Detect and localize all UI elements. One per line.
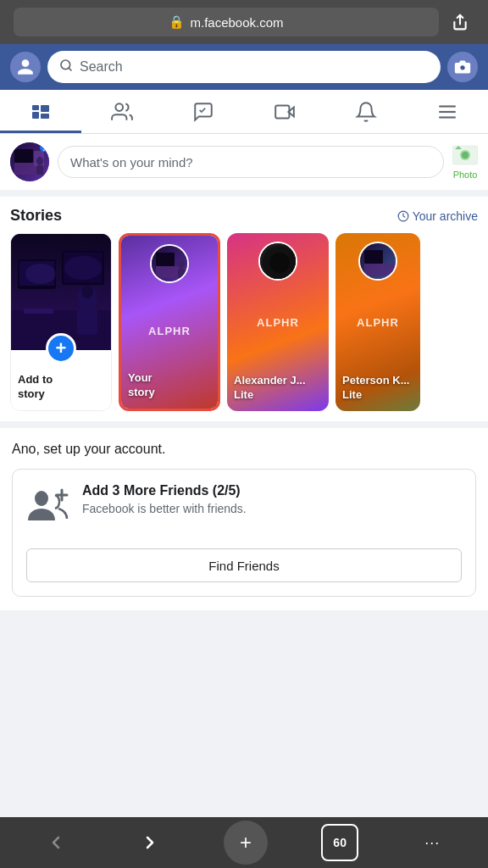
share-button[interactable] [446,8,474,36]
facebook-header: Search [0,44,488,90]
friends-card-title: Add 3 More Friends (2/5) [82,483,247,498]
stories-row: + Add to story [10,233,478,421]
svg-point-39 [64,256,102,280]
svg-rect-44 [178,269,185,278]
back-button[interactable] [36,822,76,863]
main-nav [0,90,488,134]
browser-address-bar: 🔒 m.facebook.com [0,0,488,44]
nav-friends[interactable] [81,90,163,133]
svg-rect-7 [41,105,49,112]
user-avatar-status[interactable]: 1 [10,142,49,181]
user-avatar-header[interactable] [10,52,41,82]
stories-section: Stories Your archive [0,197,488,421]
svg-rect-16 [14,149,33,163]
status-bar: 1 What's on your mind? Photo [0,134,488,197]
peterson-story-label: Peterson K... Lite [342,374,413,403]
svg-rect-34 [24,309,53,314]
archive-label: Your archive [413,209,478,223]
friends-card-text: Add 3 More Friends (2/5) Facebook is bet… [82,483,247,515]
forward-button[interactable] [130,822,170,863]
more-options-button[interactable]: ··· [412,822,452,863]
search-bar[interactable]: Search [47,51,441,83]
your-story-brand: ALPHR [148,325,191,337]
status-placeholder: What's on your mind? [70,155,193,170]
svg-rect-49 [364,250,383,264]
new-tab-button[interactable]: + [224,821,268,865]
svg-point-38 [25,264,56,284]
alexander-story-brand: ALPHR [257,316,299,329]
svg-point-47 [269,253,290,273]
search-placeholder: Search [80,59,123,75]
setup-greeting: Ano, set up your account. [12,442,476,457]
svg-point-25 [462,152,469,159]
photo-label: Photo [453,170,478,180]
find-friends-button[interactable]: Find Friends [26,548,462,582]
your-story-avatar [150,244,189,283]
svg-point-37 [81,285,93,298]
svg-rect-20 [36,165,43,175]
story-card-peterson[interactable]: ALPHR Peterson K... Lite [336,233,420,411]
nav-home[interactable] [0,90,81,133]
svg-line-2 [69,68,71,70]
nav-video[interactable] [244,90,325,133]
url-text: m.facebook.com [190,15,283,30]
svg-rect-36 [77,309,97,335]
bottom-nav-bar: + 60 ··· [0,817,488,868]
svg-rect-6 [32,112,39,119]
friends-icon [26,483,70,535]
account-setup-section: Ano, set up your account. Add 3 More Fri… [0,428,488,610]
nav-notifications[interactable] [325,90,407,133]
friends-card: Add 3 More Friends (2/5) Facebook is bet… [12,469,476,597]
peterson-story-brand: ALPHR [357,316,399,329]
archive-link[interactable]: Your archive [397,209,478,223]
svg-rect-41 [156,253,175,266]
story-card-alexander[interactable]: ALPHR Alexander J... Lite [227,233,329,411]
alexander-story-label: Alexander J... Lite [234,374,322,403]
url-bar[interactable]: 🔒 m.facebook.com [14,8,439,36]
svg-point-43 [178,260,185,269]
nav-messenger[interactable] [163,90,244,133]
lock-icon: 🔒 [169,14,185,30]
add-story-plus: + [56,339,67,358]
stories-title: Stories [10,207,62,225]
photo-button[interactable]: Photo [452,144,478,180]
status-input[interactable]: What's on your mind? [58,146,444,178]
svg-point-9 [115,103,123,111]
friends-card-header: Add 3 More Friends (2/5) Facebook is bet… [26,483,462,535]
svg-point-19 [36,157,43,165]
search-icon [59,58,73,75]
svg-rect-5 [32,105,39,110]
add-story-card[interactable]: + Add to story [10,233,112,411]
svg-rect-50 [364,264,395,275]
tabs-count-button[interactable]: 60 [321,824,358,861]
svg-rect-8 [41,114,49,119]
svg-point-51 [35,491,48,506]
add-story-label: Add to story [18,373,104,402]
friends-card-desc: Facebook is better with friends. [82,502,247,515]
your-story-card[interactable]: ALPHR Your story [119,233,220,411]
stories-header: Stories Your archive [10,207,478,225]
nav-menu[interactable] [407,90,488,133]
your-story-label: Your story [128,371,211,400]
camera-button[interactable] [447,52,478,82]
